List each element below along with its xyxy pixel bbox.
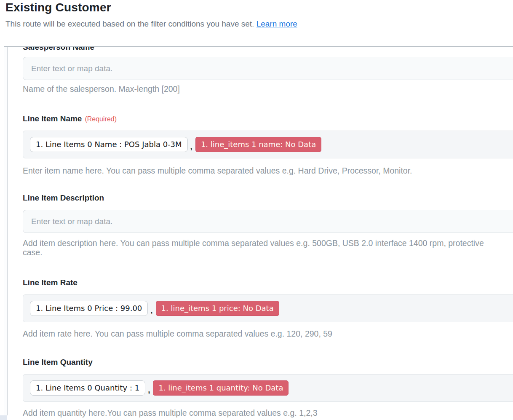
field-label: Line Item Description — [23, 193, 104, 202]
panel-corner — [0, 415, 7, 420]
line-item-description-input[interactable] — [23, 210, 513, 233]
field-label: Line Item Quantity — [23, 358, 93, 366]
field-label: Salesperson Name — [23, 47, 94, 51]
field-label-row: Line Item Rate — [23, 278, 513, 287]
mapped-value-chip[interactable]: 1. Line Items 0 Price : 99.00 — [30, 301, 148, 316]
page-title: Existing Customer — [5, 1, 469, 14]
route-header: Existing Customer This route will be exe… — [5, 1, 469, 29]
mapped-value-chip[interactable]: 1. Line Items 0 Name : POS Jabla 0-3M — [30, 137, 188, 152]
field-label-row: Line Item Quantity — [23, 358, 513, 367]
field-help: Add item description here. You can pass … — [23, 238, 513, 257]
field-help: Add item quantity here.You can pass mult… — [23, 408, 513, 417]
field-label-row: Line Item Name(Required) — [23, 115, 513, 123]
mapped-value-chip[interactable]: 1. Line Items 0 Quantity : 1 — [30, 380, 145, 396]
field-help: Add item rate here. You can pass multipl… — [23, 329, 513, 338]
field-section-line-item-quantity: Line Item Quantity1. Line Items 0 Quanti… — [23, 358, 513, 417]
subtitle-text: This route will be executed based on the… — [5, 19, 254, 28]
chip-separator: , — [148, 385, 150, 395]
field-section-salesperson-name: Salesperson NameName of the salesperson.… — [23, 47, 513, 94]
salesperson-name-input[interactable] — [23, 57, 513, 80]
line-item-name-chipfield[interactable]: 1. Line Items 0 Name : POS Jabla 0-3M,1.… — [23, 131, 513, 158]
field-help: Enter item name here. You can pass multi… — [23, 166, 513, 175]
required-badge: (Required) — [85, 115, 117, 123]
field-help: Name of the salesperson. Max-length [200… — [23, 84, 513, 94]
field-label-row: Line Item Description — [23, 194, 513, 203]
line-item-quantity-chipfield[interactable]: 1. Line Items 0 Quantity : 1,1. line_ite… — [23, 374, 513, 402]
chip-separator: , — [190, 142, 192, 151]
field-section-line-item-name: Line Item Name(Required)1. Line Items 0 … — [23, 115, 513, 175]
mapping-form-scroll-area[interactable]: Salesperson NameName of the salesperson.… — [8, 47, 513, 420]
field-section-line-item-description: Line Item DescriptionAdd item descriptio… — [23, 194, 513, 257]
no-data-chip[interactable]: 1. line_items 1 price: No Data — [156, 301, 279, 316]
learn-more-link[interactable]: Learn more — [256, 19, 297, 28]
line-item-rate-chipfield[interactable]: 1. Line Items 0 Price : 99.00,1. line_it… — [23, 294, 513, 322]
field-section-line-item-rate: Line Item Rate1. Line Items 0 Price : 99… — [23, 278, 513, 338]
panel-left-gutter — [4, 47, 7, 415]
field-label: Line Item Name — [23, 114, 82, 123]
no-data-chip[interactable]: 1. line_items 1 quantity: No Data — [153, 380, 289, 396]
chip-separator: , — [150, 306, 152, 315]
page-subtitle: This route will be executed based on the… — [5, 19, 469, 29]
field-label-row: Salesperson Name — [23, 47, 513, 52]
no-data-chip[interactable]: 1. line_items 1 name: No Data — [195, 137, 321, 152]
field-label: Line Item Rate — [23, 278, 77, 287]
